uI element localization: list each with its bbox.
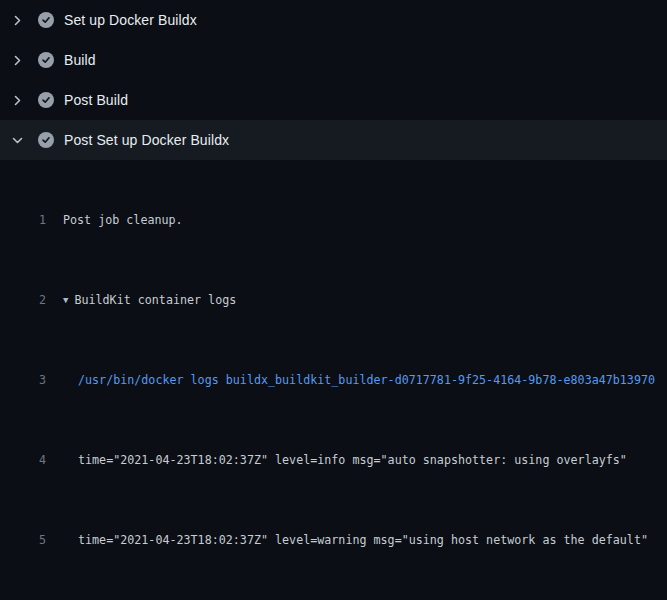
line-number[interactable]: 2 <box>0 290 46 310</box>
log-line: 5 time="2021-04-23T18:02:37Z" level=warn… <box>0 530 667 550</box>
line-number[interactable]: 1 <box>0 210 46 230</box>
step-title: Post Build <box>64 92 128 108</box>
check-circle-icon <box>38 12 54 28</box>
log-line: 1 Post job cleanup. <box>0 210 667 230</box>
chevron-right-icon[interactable] <box>11 14 24 27</box>
step-title: Set up Docker Buildx <box>64 12 197 28</box>
line-number[interactable]: 4 <box>0 450 46 470</box>
log-line-text: time="2021-04-23T18:02:37Z" level=info m… <box>78 450 627 470</box>
log-line-text: time="2021-04-23T18:02:37Z" level=warnin… <box>78 530 648 550</box>
step-row[interactable]: Post Set up Docker Buildx <box>0 120 667 160</box>
step-row[interactable]: Build <box>0 40 667 80</box>
check-circle-icon <box>38 132 54 148</box>
log-line[interactable]: 2 ▼BuildKit container logs <box>0 290 667 310</box>
check-circle-icon <box>38 92 54 108</box>
step-row[interactable]: Post Build <box>0 80 667 120</box>
group-collapse-icon[interactable]: ▼ <box>63 290 68 310</box>
log-line-text: ▼BuildKit container logs <box>63 290 236 310</box>
line-number[interactable]: 5 <box>0 530 46 550</box>
log-viewer: 1 Post job cleanup. 2 ▼BuildKit containe… <box>0 160 667 600</box>
chevron-down-icon[interactable] <box>11 134 24 147</box>
step-row[interactable]: Set up Docker Buildx <box>0 0 667 40</box>
log-line: 3 /usr/bin/docker logs buildx_buildkit_b… <box>0 370 667 390</box>
chevron-right-icon[interactable] <box>11 94 24 107</box>
step-title: Post Set up Docker Buildx <box>64 132 229 148</box>
steps-list: Set up Docker Buildx Build Post Build <box>0 0 667 160</box>
chevron-right-icon[interactable] <box>11 54 24 67</box>
log-line-text: Post job cleanup. <box>63 210 183 230</box>
check-circle-icon <box>38 52 54 68</box>
log-line: 4 time="2021-04-23T18:02:37Z" level=info… <box>0 450 667 470</box>
step-title: Build <box>64 52 96 68</box>
log-line-text: /usr/bin/docker logs buildx_buildkit_bui… <box>78 370 655 390</box>
line-number[interactable]: 3 <box>0 370 46 390</box>
